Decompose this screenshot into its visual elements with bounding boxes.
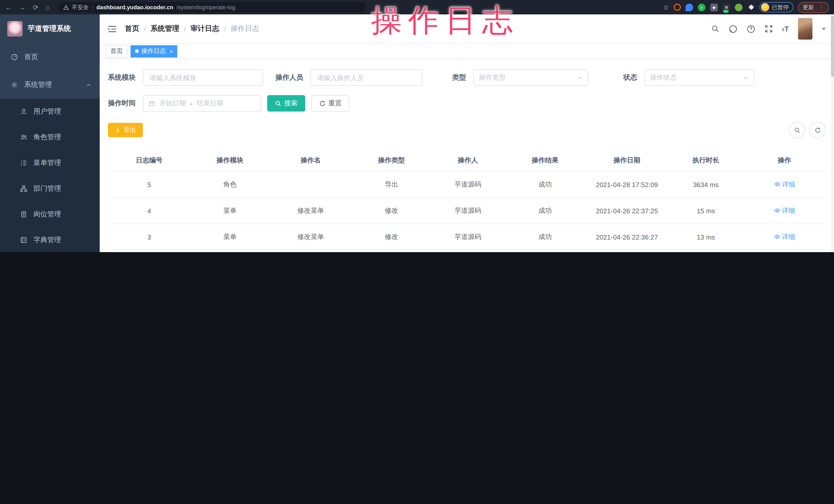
refresh-table-button[interactable] <box>809 122 826 138</box>
not-secure-icon <box>63 4 69 10</box>
col-operator: 操作人 <box>431 150 505 171</box>
reset-button[interactable]: 重置 <box>311 95 349 112</box>
address-bar[interactable]: 不安全 | dashboard.yudao.iocoder.cn/system/… <box>58 2 366 12</box>
col-name: 操作名 <box>269 150 352 171</box>
profile-avatar-emoji <box>761 3 769 11</box>
sidebar-item-role-management[interactable]: 角色管理 <box>0 125 100 150</box>
forward-icon[interactable]: → <box>19 3 26 11</box>
col-duration: 执行时长 <box>668 150 743 171</box>
user-avatar[interactable] <box>798 18 812 40</box>
browser-menu-icon[interactable]: ⋮ <box>818 4 824 10</box>
operator-input[interactable] <box>310 69 422 86</box>
address-separator: | <box>92 4 93 10</box>
module-input[interactable] <box>143 69 263 86</box>
operate-log-table: 日志编号 操作模块 操作名 操作类型 操作人 操作结果 操作日期 执行时长 操作 <box>108 150 826 252</box>
sidebar-item-user-management[interactable]: 用户管理 <box>0 99 100 125</box>
update-label: 更新 <box>803 3 814 11</box>
github-icon[interactable] <box>728 24 737 33</box>
dashboard-icon <box>10 53 18 61</box>
date-range-picker[interactable]: 开始日期 - 结束日期 <box>143 95 261 112</box>
security-label: 不安全 <box>72 3 89 11</box>
table-header-row: 日志编号 操作模块 操作名 操作类型 操作人 操作结果 操作日期 执行时长 操作 <box>108 150 826 171</box>
sidebar-item-label: 角色管理 <box>34 133 61 142</box>
browser-chrome: ← → ⟳ ⌂ 不安全 | dashboard.yudao.iocoder.cn… <box>0 0 834 15</box>
sidebar-item-menu-management[interactable]: 菜单管理 <box>0 150 100 176</box>
browser-update-button[interactable]: 更新 ⋮ <box>798 2 829 13</box>
scrollbar-thumb[interactable] <box>831 16 834 77</box>
sidebar-item-label: 字典管理 <box>34 236 61 245</box>
show-search-toggle-button[interactable] <box>789 122 805 138</box>
browser-window: ← → ⟳ ⌂ 不安全 | dashboard.yudao.iocoder.cn… <box>0 0 834 252</box>
sidebar-item-label: 菜单管理 <box>34 158 61 168</box>
search-button[interactable]: 搜索 <box>267 95 305 112</box>
top-navbar: 首页 / 系统管理 / 审计日志 / 操作日志 тT <box>100 15 834 44</box>
tag-label: 操作日志 <box>141 47 166 56</box>
home-icon[interactable]: ⌂ <box>46 3 50 11</box>
search-button-label: 搜索 <box>284 99 298 108</box>
filter-time-label: 操作时间 <box>108 99 136 108</box>
tags-view: 首页 操作日志 × <box>100 44 834 59</box>
dictionary-icon <box>20 237 27 244</box>
help-icon[interactable] <box>746 24 755 33</box>
sidebar-item-dept-management[interactable]: 部门管理 <box>0 176 100 201</box>
close-tag-icon[interactable]: × <box>170 48 173 54</box>
fullscreen-icon[interactable] <box>764 25 773 33</box>
extension-green-leaf-icon[interactable] <box>735 3 743 11</box>
col-type: 操作类型 <box>352 150 431 171</box>
header-search-icon[interactable] <box>711 25 719 33</box>
extension-on-badge-icon[interactable]: on≣ <box>723 3 730 11</box>
sidebar-item-label: 首页 <box>24 52 38 62</box>
sidebar-item-label: 系统管理 <box>24 80 52 89</box>
reload-icon[interactable]: ⟳ <box>33 3 39 11</box>
status-select[interactable]: 操作状态 <box>644 69 754 86</box>
breadcrumb-home[interactable]: 首页 <box>125 24 139 34</box>
col-log-id: 日志编号 <box>108 150 190 171</box>
sidebar-item-home[interactable]: 首页 <box>0 43 100 71</box>
sidebar: 芋道管理系统 首页 系统管理 用户管理 角色管理 菜单管理 <box>0 15 100 252</box>
app-logo-row[interactable]: 芋道管理系统 <box>0 15 100 43</box>
user-icon <box>20 108 27 115</box>
table-row: 5角色导出芋道源码成功2021-04-28 17:52:093634 ms 详细 <box>108 171 826 198</box>
sidebar-item-system-management[interactable]: 系统管理 <box>0 71 100 99</box>
extension-green-v-icon[interactable]: y <box>698 3 705 11</box>
extension-gray-diamond-icon[interactable]: ◆ <box>710 3 718 11</box>
range-separator: - <box>190 100 193 107</box>
filter-type-label: 类型 <box>452 73 466 82</box>
detail-link[interactable]: 详细 <box>774 180 795 189</box>
sidebar-item-post-management[interactable]: 岗位管理 <box>0 201 100 227</box>
type-select[interactable]: 操作类型 <box>473 69 588 86</box>
sidebar-item-label: 用户管理 <box>34 107 61 116</box>
app-logo <box>7 21 23 37</box>
back-icon[interactable]: ← <box>5 3 12 11</box>
menu-tree-icon <box>20 159 27 167</box>
col-date: 操作日期 <box>585 150 668 171</box>
user-menu-caret-icon[interactable] <box>822 27 826 30</box>
status-select-placeholder: 操作状态 <box>650 73 743 82</box>
org-chart-icon <box>20 185 27 192</box>
collapse-sidebar-icon[interactable] <box>108 25 117 32</box>
detail-link[interactable]: 详细 <box>774 232 795 242</box>
tag-home[interactable]: 首页 <box>106 45 128 57</box>
id-badge-icon <box>20 211 27 218</box>
active-tag-dot <box>135 49 139 53</box>
page-content: 系统模块 操作人员 类型 操作类型 <box>100 59 834 252</box>
window-scrollbar[interactable] <box>831 15 834 252</box>
export-button[interactable]: 导出 <box>108 123 143 137</box>
col-actions: 操作 <box>743 150 826 171</box>
type-select-placeholder: 操作类型 <box>479 73 577 82</box>
breadcrumb-system[interactable]: 系统管理 <box>151 24 179 34</box>
font-size-icon[interactable]: тT <box>782 25 789 33</box>
filter-status-label: 状态 <box>623 73 637 82</box>
extensions-puzzle-icon[interactable] <box>747 3 755 11</box>
chevron-up-icon <box>86 82 91 88</box>
detail-link[interactable]: 详细 <box>774 206 795 215</box>
browser-profile-chip[interactable]: 已暂停 <box>760 2 793 12</box>
extension-blue-drop-icon[interactable] <box>685 3 693 11</box>
end-date-placeholder: 结束日期 <box>197 99 223 108</box>
sidebar-item-dict-management[interactable]: 字典管理 <box>0 227 100 252</box>
extension-orange-ring-icon[interactable] <box>674 4 681 11</box>
breadcrumb-audit[interactable]: 审计日志 <box>191 24 219 34</box>
tag-operate-log[interactable]: 操作日志 × <box>131 45 178 57</box>
sidebar-item-label: 部门管理 <box>34 184 61 193</box>
bookmark-star-icon[interactable]: ☆ <box>663 3 669 11</box>
